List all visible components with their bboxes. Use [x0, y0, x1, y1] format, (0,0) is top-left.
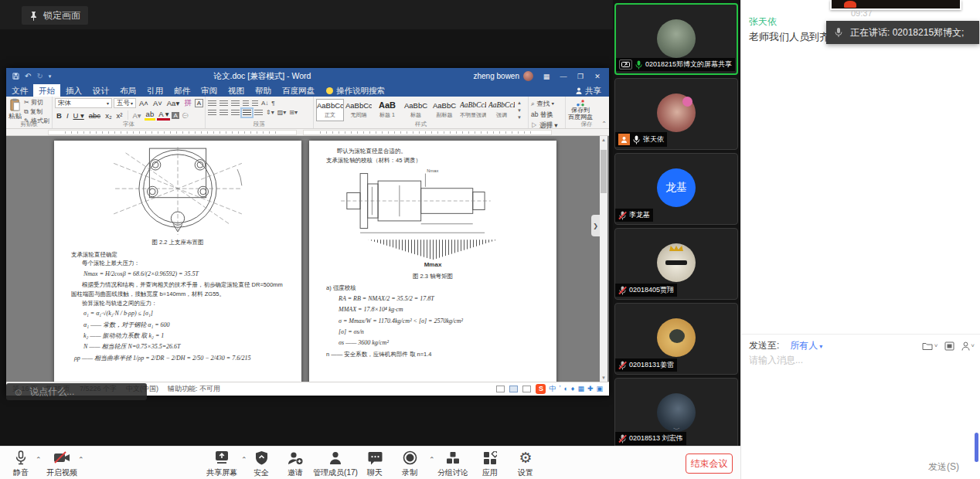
share-button[interactable]: 共享 [576, 84, 601, 97]
chat-message-input[interactable] [749, 354, 971, 431]
chat-sender-name[interactable]: 张天依 [749, 15, 777, 29]
style-subtitle[interactable]: AaBbC副标题 [430, 99, 458, 121]
web-layout-icon[interactable] [522, 386, 531, 392]
paste-button[interactable]: 粘贴 [9, 98, 22, 121]
panel-expand-tab[interactable]: ❯ [591, 215, 600, 236]
settings-button[interactable]: ⚙ 设置 [498, 450, 553, 478]
copy-button[interactable]: ⧉ 复制 [24, 107, 49, 116]
tab-file[interactable]: 文件 [6, 84, 33, 97]
send-to-dropdown[interactable]: 所有人▾ [790, 339, 822, 352]
style-heading1[interactable]: AaB标题 1 [373, 99, 401, 121]
font-color-button[interactable]: A ▾ [157, 110, 170, 121]
ime-keyboard-icon[interactable]: ▦ [577, 385, 584, 392]
superscript-button[interactable]: x² [115, 111, 124, 120]
ribbon-display-options-icon[interactable]: ▦ [538, 73, 555, 80]
start-video-button[interactable]: 开启视频 [34, 450, 90, 478]
align-right-icon[interactable] [231, 110, 240, 116]
cut-button[interactable]: ✂ 剪切 [24, 98, 49, 107]
char-border-icon[interactable]: A [195, 99, 203, 107]
mention-person-icon[interactable]: ˅ [961, 341, 975, 351]
minimize-button[interactable]: — [555, 73, 572, 80]
justify-icon[interactable] [243, 110, 251, 116]
ime-toolbox-icon[interactable]: ✚ [587, 385, 594, 392]
word-account[interactable]: zheng bowen [474, 71, 534, 81]
close-button[interactable]: ✕ [589, 73, 606, 80]
bold-button[interactable]: B [55, 111, 63, 120]
save-to-baidu-button[interactable]: 保存到 百度网盘 [568, 98, 593, 121]
style-title[interactable]: AaBbC标题 [402, 99, 430, 121]
decrease-indent-icon[interactable] [243, 100, 249, 107]
style-no-spacing[interactable]: AaBbCcD无间隔 [345, 99, 373, 121]
print-layout-icon[interactable] [509, 386, 518, 392]
borders-icon[interactable]: ⊞▾ [289, 109, 298, 116]
style-normal[interactable]: AaBbCcD正文 [316, 99, 344, 121]
horizontal-ruler[interactable] [6, 129, 609, 136]
participant-tile[interactable]: 02018131姜雷 [614, 303, 738, 375]
numbered-list-icon[interactable] [219, 100, 228, 107]
accessibility-status[interactable]: 辅助功能: 不可用 [168, 384, 220, 394]
align-center-icon[interactable] [219, 110, 228, 116]
redo-icon[interactable]: ↻ [36, 72, 43, 80]
participant-tile[interactable]: 张天依 [614, 78, 738, 150]
tab-layout[interactable]: 布局 [114, 84, 141, 97]
ime-punctuation-icon[interactable]: ʼ [559, 385, 560, 392]
ime-skin-icon[interactable]: ▣ [596, 385, 603, 392]
tab-references[interactable]: 引用 [141, 84, 168, 97]
style-subtle-emphasis[interactable]: AaBbCcD不明显强调 [459, 99, 487, 121]
chat-image-attachment[interactable] [830, 0, 961, 10]
enclose-char-icon[interactable]: ㊀ [181, 111, 190, 120]
change-case-icon[interactable]: Aa▾ [165, 99, 181, 107]
strikethrough-button[interactable]: abc [87, 111, 102, 120]
font-size-select[interactable]: 五号▾ [114, 98, 136, 108]
increase-indent-icon[interactable] [252, 100, 258, 107]
font-name-select[interactable]: 宋体▾ [55, 98, 112, 108]
chat-scrollbar-thumb[interactable] [975, 433, 978, 462]
text-effects-icon[interactable]: A▾ [131, 111, 143, 120]
distribute-icon[interactable] [254, 110, 263, 116]
find-button[interactable]: ⌕ 查找 ▾ [531, 100, 558, 109]
document-page-right[interactable]: 即认为滚轮直径是合适的。 支承滚轮轴的校核（材料：45 调质） [309, 141, 556, 382]
document-page-left[interactable]: 图 2.2 上支座布置图 支承滚轮直径确定 每个滚轮上最大压力： Nmax = … [54, 141, 301, 382]
restore-button[interactable]: ❐ [572, 73, 589, 80]
tab-insert[interactable]: 插入 [60, 84, 87, 97]
tab-review[interactable]: 审阅 [196, 84, 223, 97]
styles-gallery-scroll[interactable]: ▲▼▼ [516, 99, 522, 121]
tab-mailings[interactable]: 邮件 [168, 84, 196, 97]
scroll-down-arrow[interactable]: ▼ [600, 374, 607, 382]
ime-mic-icon[interactable]: ♦ [571, 385, 575, 392]
word-vertical-scrollbar[interactable]: ▲ ▼ [600, 136, 607, 382]
scrollbar-thumb[interactable] [601, 150, 607, 193]
pilcrow-icon[interactable]: ¶ [271, 100, 274, 107]
align-left-icon[interactable] [208, 110, 216, 116]
sogou-logo-icon[interactable]: S [536, 384, 546, 394]
tell-me-search[interactable]: 操作说明搜索 [326, 84, 385, 97]
collapse-ribbon-icon[interactable]: ⌃ [601, 121, 607, 127]
style-emphasis[interactable]: AaBbCcD强调 [488, 99, 516, 121]
multilevel-list-icon[interactable] [231, 100, 240, 107]
replace-button[interactable]: ab 替换 [531, 110, 558, 120]
file-attach-icon[interactable]: ˅ [922, 341, 938, 351]
tab-baidu-netdisk[interactable]: 百度网盘 [277, 84, 320, 97]
bullet-list-icon[interactable] [208, 100, 216, 107]
tab-design[interactable]: 设计 [87, 84, 114, 97]
sort-icon[interactable]: A↓ [261, 100, 268, 107]
char-shading-icon[interactable]: A [172, 112, 179, 119]
italic-button[interactable]: I [65, 111, 70, 120]
video-options-chevron[interactable]: ⌃ [78, 456, 84, 464]
ime-mode-indicator[interactable]: 中 [549, 384, 556, 394]
participant-tile[interactable]: 02018405贾翔 [614, 228, 738, 300]
scroll-up-arrow[interactable]: ▲ [600, 136, 607, 144]
chevron-down-icon[interactable]: ﹀ [673, 426, 680, 433]
participant-tile[interactable]: 02018513 刘宏伟 [614, 378, 738, 446]
undo-icon[interactable]: ↶ [25, 72, 31, 80]
shrink-font-icon[interactable]: A˅ [151, 99, 164, 107]
send-button[interactable]: 发送(S) [928, 460, 959, 474]
tab-home[interactable]: 开始 [33, 84, 60, 97]
quick-chat-overlay[interactable]: ☺ 说点什么... [6, 383, 147, 400]
line-spacing-icon[interactable]: ⇕▾ [266, 109, 274, 116]
ime-fullwidth-icon[interactable]: ◐ [563, 385, 567, 392]
end-meeting-button[interactable]: 结束会议 [686, 454, 733, 474]
shading-icon[interactable]: ▨▾ [277, 109, 287, 116]
read-mode-icon[interactable] [496, 386, 505, 392]
clear-format-icon[interactable]: 拼 [182, 98, 193, 108]
